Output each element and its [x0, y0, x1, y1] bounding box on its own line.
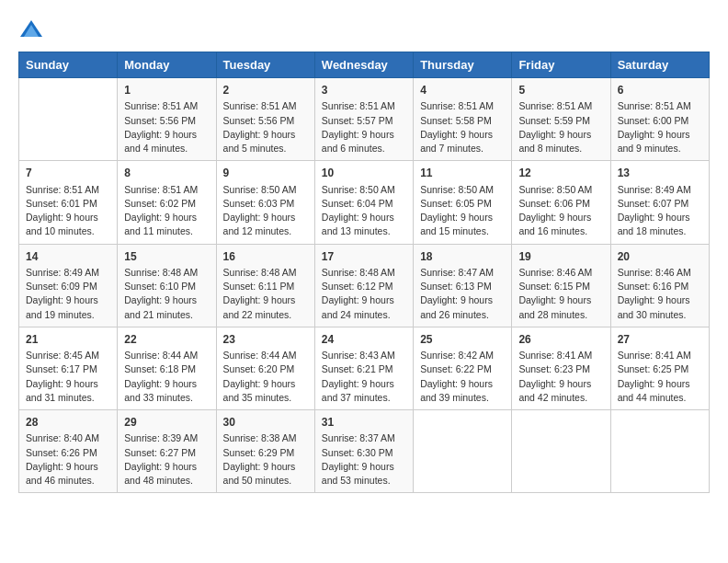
day-info-line: Daylight: 9 hours — [223, 128, 308, 142]
day-cell — [512, 410, 610, 493]
calendar-body: 1Sunrise: 8:51 AMSunset: 5:56 PMDaylight… — [19, 78, 710, 493]
day-info-line: Daylight: 9 hours — [26, 293, 110, 307]
day-info-line: Daylight: 9 hours — [223, 460, 308, 474]
day-info-line: Sunset: 6:21 PM — [322, 362, 406, 376]
day-cell: 10Sunrise: 8:50 AMSunset: 6:04 PMDayligh… — [314, 161, 413, 244]
day-cell: 11Sunrise: 8:50 AMSunset: 6:05 PMDayligh… — [414, 161, 512, 244]
day-info-line: Sunset: 6:06 PM — [518, 197, 603, 211]
day-info-line: Sunrise: 8:50 AM — [223, 183, 308, 197]
day-info-line: Daylight: 9 hours — [420, 377, 505, 391]
day-cell — [610, 410, 709, 493]
day-cell: 26Sunrise: 8:41 AMSunset: 6:23 PMDayligh… — [512, 327, 610, 409]
day-info-line: Sunrise: 8:51 AM — [420, 99, 505, 113]
day-info-line: Sunrise: 8:51 AM — [223, 99, 308, 113]
day-number: 12 — [518, 166, 603, 181]
day-info-line: Sunset: 6:09 PM — [26, 280, 110, 293]
day-cell: 21Sunrise: 8:45 AMSunset: 6:17 PMDayligh… — [19, 327, 118, 409]
day-number: 20 — [618, 249, 702, 265]
day-info-line: and 28 minutes. — [518, 308, 603, 322]
day-info-line: Sunset: 6:13 PM — [420, 280, 505, 293]
day-info-line: Sunrise: 8:46 AM — [518, 266, 603, 280]
day-number: 4 — [420, 83, 505, 98]
day-info-line: Sunset: 6:18 PM — [124, 362, 209, 376]
day-info-line: and 37 minutes. — [322, 391, 406, 405]
day-info-line: and 26 minutes. — [420, 308, 505, 322]
day-info-line: Daylight: 9 hours — [124, 128, 209, 142]
day-info-line: Daylight: 9 hours — [322, 211, 406, 224]
day-cell: 9Sunrise: 8:50 AMSunset: 6:03 PMDaylight… — [216, 161, 314, 244]
day-number: 19 — [518, 249, 603, 265]
day-number: 31 — [322, 415, 406, 431]
day-info-line: Daylight: 9 hours — [420, 128, 505, 142]
day-info-line: Sunset: 6:07 PM — [618, 197, 702, 211]
day-info-line: Daylight: 9 hours — [124, 377, 209, 391]
day-number: 16 — [223, 249, 308, 265]
day-number: 24 — [322, 332, 406, 348]
day-info-line: Daylight: 9 hours — [518, 377, 603, 391]
header-day-wednesday: Wednesday — [314, 52, 413, 78]
day-info-line: and 9 minutes. — [618, 142, 702, 155]
day-number: 15 — [124, 249, 209, 265]
day-info-line: Sunset: 5:57 PM — [322, 114, 406, 128]
day-info-line: and 44 minutes. — [618, 391, 702, 405]
day-info-line: Sunset: 6:26 PM — [26, 446, 110, 460]
day-info-line: Sunrise: 8:51 AM — [618, 99, 702, 113]
day-info-line: Sunset: 6:04 PM — [322, 197, 406, 211]
day-info-line: Sunrise: 8:45 AM — [26, 349, 110, 362]
day-info-line: Sunrise: 8:51 AM — [322, 99, 406, 113]
day-info-line: Sunset: 6:00 PM — [618, 114, 702, 128]
day-info-line: Daylight: 9 hours — [322, 460, 406, 474]
day-info-line: Sunset: 6:02 PM — [124, 197, 209, 211]
day-cell: 15Sunrise: 8:48 AMSunset: 6:10 PMDayligh… — [118, 244, 216, 327]
day-cell — [19, 78, 118, 161]
header-day-friday: Friday — [512, 52, 610, 78]
day-cell: 1Sunrise: 8:51 AMSunset: 5:56 PMDaylight… — [118, 78, 216, 161]
day-number: 25 — [420, 332, 505, 348]
day-info-line: Sunrise: 8:48 AM — [322, 266, 406, 280]
day-info-line: Sunset: 6:29 PM — [223, 446, 308, 460]
day-info-line: Sunset: 5:59 PM — [518, 114, 603, 128]
day-number: 2 — [223, 83, 308, 98]
day-info-line: and 35 minutes. — [223, 391, 308, 405]
day-number: 29 — [124, 415, 209, 431]
day-cell: 28Sunrise: 8:40 AMSunset: 6:26 PMDayligh… — [19, 410, 118, 493]
day-info-line: Daylight: 9 hours — [420, 211, 505, 224]
day-info-line: Sunrise: 8:50 AM — [322, 183, 406, 197]
week-row-3: 21Sunrise: 8:45 AMSunset: 6:17 PMDayligh… — [19, 327, 710, 409]
day-info-line: and 50 minutes. — [223, 474, 308, 488]
day-cell: 30Sunrise: 8:38 AMSunset: 6:29 PMDayligh… — [216, 410, 314, 493]
day-info-line: Daylight: 9 hours — [420, 293, 505, 307]
calendar-table: SundayMondayTuesdayWednesdayThursdayFrid… — [18, 52, 710, 493]
day-info-line: Daylight: 9 hours — [26, 377, 110, 391]
logo-icon — [18, 17, 44, 42]
day-info-line: Daylight: 9 hours — [26, 460, 110, 474]
day-info-line: and 22 minutes. — [223, 308, 308, 322]
day-cell: 20Sunrise: 8:46 AMSunset: 6:16 PMDayligh… — [610, 244, 709, 327]
day-cell: 23Sunrise: 8:44 AMSunset: 6:20 PMDayligh… — [216, 327, 314, 409]
day-cell: 22Sunrise: 8:44 AMSunset: 6:18 PMDayligh… — [118, 327, 216, 409]
day-cell — [414, 410, 512, 493]
week-row-2: 14Sunrise: 8:49 AMSunset: 6:09 PMDayligh… — [19, 244, 710, 327]
day-number: 21 — [26, 332, 110, 348]
day-number: 10 — [322, 166, 406, 181]
header — [18, 17, 710, 42]
day-info-line: Daylight: 9 hours — [618, 128, 702, 142]
day-info-line: Sunrise: 8:43 AM — [322, 349, 406, 362]
day-info-line: and 16 minutes. — [518, 224, 603, 238]
day-info-line: Sunrise: 8:37 AM — [322, 431, 406, 445]
day-number: 5 — [518, 83, 603, 98]
day-info-line: Sunrise: 8:46 AM — [618, 266, 702, 280]
day-info-line: and 31 minutes. — [26, 391, 110, 405]
day-cell: 29Sunrise: 8:39 AMSunset: 6:27 PMDayligh… — [118, 410, 216, 493]
header-row: SundayMondayTuesdayWednesdayThursdayFrid… — [19, 52, 710, 78]
day-cell: 13Sunrise: 8:49 AMSunset: 6:07 PMDayligh… — [610, 161, 709, 244]
day-number: 3 — [322, 83, 406, 98]
day-info-line: Sunrise: 8:41 AM — [518, 349, 603, 362]
day-info-line: Sunrise: 8:44 AM — [223, 349, 308, 362]
day-number: 17 — [322, 249, 406, 265]
day-info-line: and 12 minutes. — [223, 224, 308, 238]
day-cell: 31Sunrise: 8:37 AMSunset: 6:30 PMDayligh… — [314, 410, 413, 493]
day-info-line: Sunrise: 8:50 AM — [518, 183, 603, 197]
day-info-line: Sunrise: 8:49 AM — [26, 266, 110, 280]
day-info-line: and 4 minutes. — [124, 142, 209, 155]
